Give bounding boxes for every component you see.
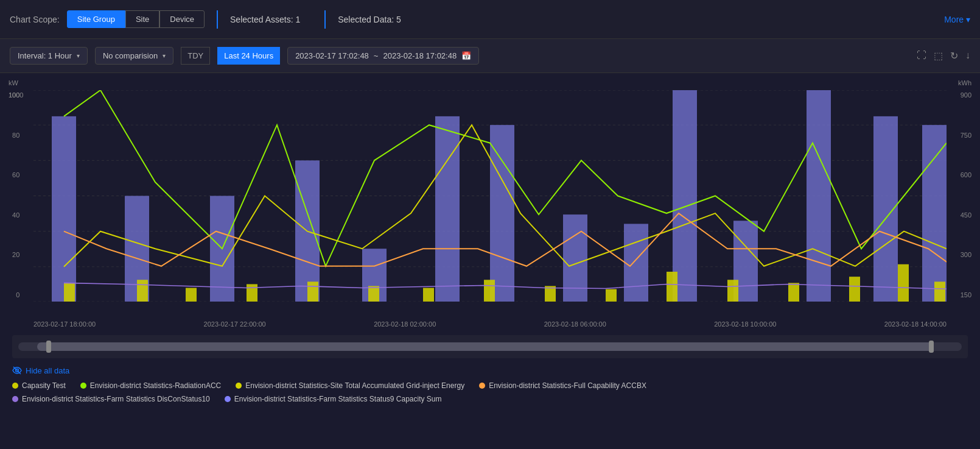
- y-labels-right: 900 750 600 450 300 150: [961, 91, 971, 299]
- svg-rect-13: [490, 125, 514, 302]
- scrollbar-right-handle[interactable]: [929, 341, 934, 353]
- calendar-icon[interactable]: 📅: [461, 51, 471, 60]
- date-tilde: ~: [374, 51, 379, 60]
- legend-label-discon-status: Envision-district Statistics-Farm Statis…: [22, 395, 210, 403]
- svg-rect-30: [606, 289, 617, 302]
- interval-label: Interval: 1 Hour: [18, 51, 72, 60]
- date-start: 2023-02-17 17:02:48: [295, 51, 369, 60]
- hide-all-data-button[interactable]: Hide all data: [12, 366, 968, 375]
- svg-rect-24: [247, 284, 257, 302]
- svg-rect-32: [727, 280, 738, 302]
- last24-button[interactable]: Last 24 Hours: [217, 47, 280, 65]
- svg-rect-27: [423, 288, 434, 302]
- top-bar: Chart Scope: Site Group Site Device Sele…: [0, 0, 980, 39]
- legend-label-status9: Envision-district Statistics-Farm Statis…: [234, 395, 442, 403]
- svg-rect-31: [667, 272, 677, 302]
- legend-dot-status9: [225, 396, 231, 402]
- selected-assets-label: Selected Assets: 1: [230, 15, 300, 24]
- svg-rect-23: [186, 288, 197, 302]
- legend-item-radiation-acc[interactable]: Envision-district Statistics-RadiationAC…: [80, 381, 221, 390]
- svg-rect-16: [673, 90, 697, 302]
- legend-row-2: Envision-district Statistics-Farm Statis…: [12, 395, 968, 403]
- scope-site-group-button[interactable]: Site Group: [67, 10, 125, 28]
- toolbar-icons: ⛶ ⬚ ↻ ↓: [917, 50, 970, 62]
- legend-item-status9[interactable]: Envision-district Statistics-Farm Statis…: [225, 395, 442, 403]
- chart-visualization: .grid-line { stroke: #444; stroke-dashar…: [33, 90, 947, 302]
- chart-scope-label: Chart Scope:: [10, 15, 60, 24]
- expand-icon[interactable]: ⛶: [917, 50, 926, 62]
- svg-rect-21: [64, 283, 75, 302]
- selected-data-label: Selected Data: 5: [338, 15, 401, 24]
- x-label-1: 2023-02-17 22:00:00: [204, 320, 266, 328]
- svg-rect-26: [368, 286, 379, 302]
- crop-icon[interactable]: ⬚: [934, 50, 943, 62]
- x-label-4: 2023-02-18 10:00:00: [714, 320, 776, 328]
- date-end: 2023-02-18 17:02:48: [383, 51, 457, 60]
- comparison-label: No comparision: [103, 51, 158, 60]
- scope-site-button[interactable]: Site: [125, 10, 159, 28]
- scrollbar-left-handle[interactable]: [46, 341, 51, 353]
- more-button[interactable]: More ▾: [944, 15, 970, 24]
- svg-rect-12: [435, 116, 460, 302]
- hide-all-label: Hide all data: [26, 366, 69, 375]
- legend-label-full-capability: Envision-district Statistics-Full Capabi…: [489, 381, 646, 390]
- y-extra-left: 1000: [9, 91, 23, 99]
- y-labels-left: 100 80 60 40 20 0: [9, 91, 19, 299]
- x-label-3: 2023-02-18 06:00:00: [544, 320, 606, 328]
- legend-dot-capacity-test: [12, 383, 18, 389]
- legend-item-capacity-test[interactable]: Capasity Test: [12, 381, 66, 390]
- tdy-button[interactable]: TDY: [181, 47, 210, 65]
- x-label-5: 2023-02-18 14:00:00: [884, 320, 947, 328]
- comparison-dropdown[interactable]: No comparision ▾: [95, 47, 173, 65]
- svg-rect-35: [898, 264, 909, 302]
- comparison-arrow-icon: ▾: [163, 52, 166, 59]
- svg-rect-34: [849, 277, 860, 302]
- y-unit-right: kWh: [958, 79, 971, 87]
- chart-svg: .grid-line { stroke: #444; stroke-dashar…: [33, 90, 947, 302]
- svg-rect-15: [624, 224, 648, 302]
- x-label-2: 2023-02-18 02:00:00: [374, 320, 436, 328]
- divider-2: [324, 10, 326, 29]
- scrollbar-track[interactable]: [18, 342, 962, 351]
- refresh-icon[interactable]: ↻: [950, 50, 958, 62]
- svg-rect-25: [307, 281, 318, 302]
- y-unit-left: kW: [9, 79, 18, 87]
- legend-label-radiation-acc: Envision-district Statistics-RadiationAC…: [90, 381, 221, 390]
- x-label-0: 2023-02-17 18:00:00: [33, 320, 96, 328]
- legend-item-discon-status[interactable]: Envision-district Statistics-Farm Statis…: [12, 395, 210, 403]
- legend-dot-grid-inject: [236, 383, 242, 389]
- scrollbar-thumb[interactable]: [37, 342, 934, 351]
- legend-dot-discon-status: [12, 396, 18, 402]
- svg-rect-36: [934, 281, 945, 302]
- toolbar: Interval: 1 Hour ▾ No comparision ▾ TDY …: [0, 39, 980, 73]
- hide-icon: [12, 366, 22, 375]
- scope-button-group: Site Group Site Device: [67, 10, 205, 28]
- legend-row-1: Capasity Test Envision-district Statisti…: [12, 381, 968, 390]
- svg-rect-18: [807, 90, 831, 302]
- legend-item-grid-inject[interactable]: Envision-district Statistics-Site Total …: [236, 381, 464, 390]
- scope-device-button[interactable]: Device: [159, 10, 205, 28]
- legend-label-capacity-test: Capasity Test: [22, 381, 66, 390]
- interval-arrow-icon: ▾: [77, 52, 80, 59]
- svg-rect-33: [788, 283, 799, 302]
- chart-area: kW kWh 100 80 60 40 20 0 1000 900 750 60…: [0, 73, 980, 335]
- legend-area: Hide all data Capasity Test Envision-dis…: [0, 358, 980, 411]
- svg-rect-20: [922, 125, 947, 302]
- download-icon[interactable]: ↓: [965, 50, 970, 62]
- legend-item-full-capability[interactable]: Envision-district Statistics-Full Capabi…: [479, 381, 646, 390]
- legend-label-grid-inject: Envision-district Statistics-Site Total …: [245, 381, 464, 390]
- svg-rect-7: [52, 116, 76, 302]
- legend-dot-radiation-acc: [80, 383, 86, 389]
- interval-dropdown[interactable]: Interval: 1 Hour ▾: [10, 47, 88, 65]
- svg-rect-28: [484, 280, 495, 302]
- scrollbar-area[interactable]: [12, 335, 968, 358]
- legend-dot-full-capability: [479, 383, 485, 389]
- date-range-picker[interactable]: 2023-02-17 17:02:48 ~ 2023-02-18 17:02:4…: [287, 47, 479, 65]
- svg-rect-22: [137, 280, 148, 302]
- divider-1: [217, 10, 218, 29]
- x-labels: 2023-02-17 18:00:00 2023-02-17 22:00:00 …: [33, 320, 947, 328]
